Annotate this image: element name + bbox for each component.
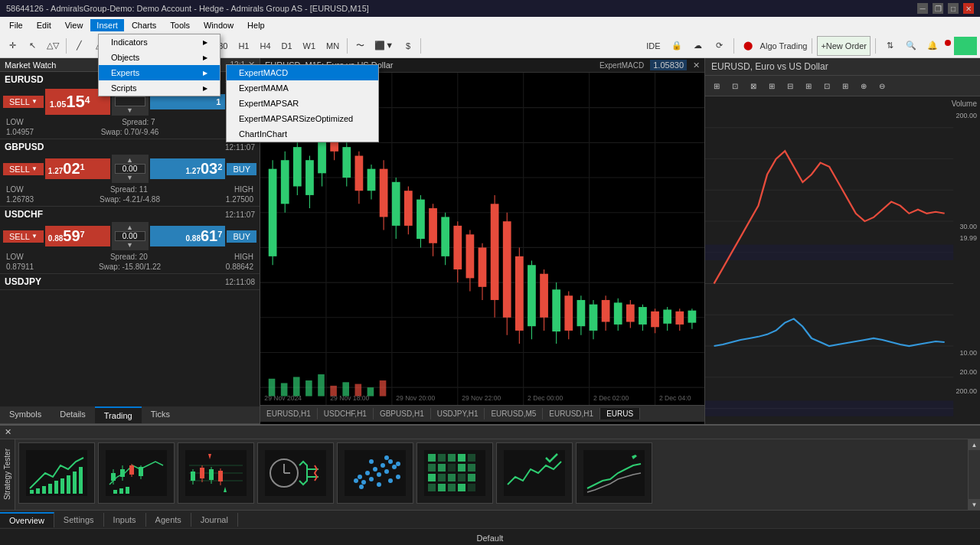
lock-icon[interactable]: 🔒 <box>668 36 686 56</box>
menu-scripts[interactable]: Scripts ▶ <box>99 80 220 96</box>
st-tab-journal[interactable]: Journal <box>191 513 238 527</box>
chart-tab-gbpusd-h1[interactable]: GBPUSD,H1 <box>374 408 431 419</box>
svg-rect-181 <box>458 454 466 462</box>
strategy-tester-close[interactable]: ✕ <box>5 427 11 437</box>
close-button[interactable]: ✕ <box>963 3 974 14</box>
tab-trading[interactable]: Trading <box>95 406 142 423</box>
expert-mapsar[interactable]: ExpertMAPSAR <box>227 96 378 111</box>
usdchf-values-row: 0.87911 Swap: -15.80/1.22 0.88642 <box>3 262 256 272</box>
tf-d1[interactable]: D1 <box>277 38 297 54</box>
chart-type-btn[interactable]: 〜 <box>351 36 369 56</box>
gbpusd-sell-button[interactable]: SELL ▼ <box>3 163 44 175</box>
price-btn[interactable]: $ <box>399 36 417 56</box>
menu-charts[interactable]: Charts <box>126 19 162 31</box>
chart-tab-usdjpy-h1[interactable]: USDJPY,H1 <box>431 408 485 419</box>
chart-tab-eurusd-h1[interactable]: EURUSD,H1 <box>260 408 318 419</box>
menu-indicators[interactable]: Indicators ▶ <box>99 34 220 50</box>
cursor-tool[interactable]: ↖ <box>23 36 41 56</box>
tf-mn[interactable]: MN <box>322 38 344 54</box>
menu-file[interactable]: File <box>3 19 29 31</box>
eurusd-sell-button[interactable]: SELL ▼ <box>3 96 44 108</box>
ide-button[interactable]: IDE <box>642 36 664 56</box>
chart-close-icon[interactable]: ✕ <box>693 60 700 70</box>
chart-options-btn[interactable]: ⬛▼ <box>371 36 397 56</box>
rp-tool-8[interactable]: ⊞ <box>837 77 854 94</box>
tab-symbols[interactable]: Symbols <box>0 406 51 423</box>
tf-h4[interactable]: H4 <box>255 38 275 54</box>
rp-tool-2[interactable]: ⊡ <box>727 77 743 94</box>
restore-button[interactable]: ❐ <box>933 3 943 14</box>
new-order-button[interactable]: + New Order <box>817 36 871 56</box>
menu-view[interactable]: View <box>59 19 90 31</box>
strategy-icon-7[interactable] <box>496 442 573 504</box>
search-button[interactable]: 🔍 <box>902 36 920 56</box>
algo-trading-button[interactable]: ⬤ <box>739 36 757 56</box>
svg-rect-45 <box>441 217 449 256</box>
separator-5 <box>733 38 734 54</box>
algo-trading-label[interactable]: Algo Trading <box>760 41 808 51</box>
sort-icon[interactable]: ⇅ <box>880 36 899 56</box>
strategy-icon-8[interactable] <box>576 442 652 504</box>
svg-rect-81 <box>663 310 671 324</box>
menu-objects[interactable]: Objects ▶ <box>99 50 220 65</box>
crosshair-tool[interactable]: ✛ <box>3 36 21 56</box>
menu-edit[interactable]: Edit <box>31 19 57 31</box>
rp-zoom-in[interactable]: ⊕ <box>855 77 872 94</box>
chart-tab-usdchf-h1[interactable]: USDCHF,H1 <box>318 408 374 419</box>
strategy-tester-header: ✕ <box>0 426 980 439</box>
st-tab-inputs[interactable]: Inputs <box>104 513 146 527</box>
gbpusd-quantity-input[interactable] <box>115 164 145 174</box>
chart-tab-eurusd-m5[interactable]: EURUSD,M5 <box>485 408 543 419</box>
draw-tool[interactable]: △▽ <box>43 36 63 56</box>
strategy-icon-5[interactable] <box>337 442 413 504</box>
expert-mama[interactable]: ExpertMAMA <box>227 80 378 96</box>
rp-tool-1[interactable]: ⊞ <box>708 77 725 94</box>
svg-rect-147 <box>200 468 204 478</box>
rp-tool-6[interactable]: ⊞ <box>800 77 817 94</box>
svg-rect-114 <box>705 245 953 260</box>
menu-insert[interactable]: Insert <box>90 19 124 31</box>
st-tab-agents[interactable]: Agents <box>146 513 191 527</box>
strategy-icon-2[interactable] <box>98 442 175 504</box>
expert-mapsar-size-optimized[interactable]: ExpertMAPSARSizeOptimized <box>227 111 378 126</box>
notification-button[interactable]: 🔔 <box>923 36 942 56</box>
svg-rect-17 <box>269 169 277 256</box>
rp-zoom-out[interactable]: ⊖ <box>874 77 890 94</box>
strategy-icon-1[interactable] <box>18 442 95 504</box>
usdchf-quantity-input[interactable] <box>115 231 145 241</box>
tf-h1[interactable]: H1 <box>234 38 253 54</box>
cloud-icon[interactable]: ☁ <box>689 36 707 56</box>
usdchf-buy-button[interactable]: BUY <box>227 230 256 243</box>
gbpusd-buy-button[interactable]: BUY <box>227 163 256 175</box>
chart-tab-eurusd-h1-2[interactable]: EURUSD,H1 <box>543 408 600 419</box>
rp-tool-3[interactable]: ⊠ <box>745 77 762 94</box>
strategy-icon-3[interactable] <box>178 442 254 504</box>
menu-experts[interactable]: Experts ▶ <box>99 65 220 80</box>
tf-w1[interactable]: W1 <box>299 38 321 54</box>
chart-tab-eurus[interactable]: EURUS <box>600 408 640 419</box>
strategy-icon-4[interactable] <box>257 442 334 504</box>
scroll-up-button[interactable]: ▲ <box>969 439 980 450</box>
rp-tool-5[interactable]: ⊟ <box>782 77 799 94</box>
usdchf-sell-button[interactable]: SELL ▼ <box>3 230 44 243</box>
share-icon[interactable]: ⟳ <box>710 36 729 56</box>
expert-chart-in-chart[interactable]: ChartInChart <box>227 126 378 142</box>
expert-macd[interactable]: ExpertMACD <box>227 65 378 80</box>
menu-tools[interactable]: Tools <box>164 19 196 31</box>
svg-rect-79 <box>651 312 659 328</box>
signal-bar-2 <box>962 37 969 55</box>
strategy-icon-6[interactable] <box>416 442 493 504</box>
menu-window[interactable]: Window <box>198 19 240 31</box>
menu-help[interactable]: Help <box>241 19 271 31</box>
minimize-button[interactable]: ─ <box>917 3 928 14</box>
scroll-down-button[interactable]: ▼ <box>969 499 980 510</box>
st-tab-overview[interactable]: Overview <box>0 512 54 527</box>
st-tab-settings[interactable]: Settings <box>54 513 104 527</box>
eurusd-quantity-input[interactable] <box>115 96 145 106</box>
rp-tool-4[interactable]: ⊞ <box>763 77 780 94</box>
line-tool[interactable]: ╱ <box>70 36 88 56</box>
tab-ticks[interactable]: Ticks <box>142 406 179 423</box>
rp-tool-7[interactable]: ⊡ <box>818 77 835 94</box>
maximize-button[interactable]: □ <box>948 3 959 14</box>
tab-details[interactable]: Details <box>51 406 95 423</box>
